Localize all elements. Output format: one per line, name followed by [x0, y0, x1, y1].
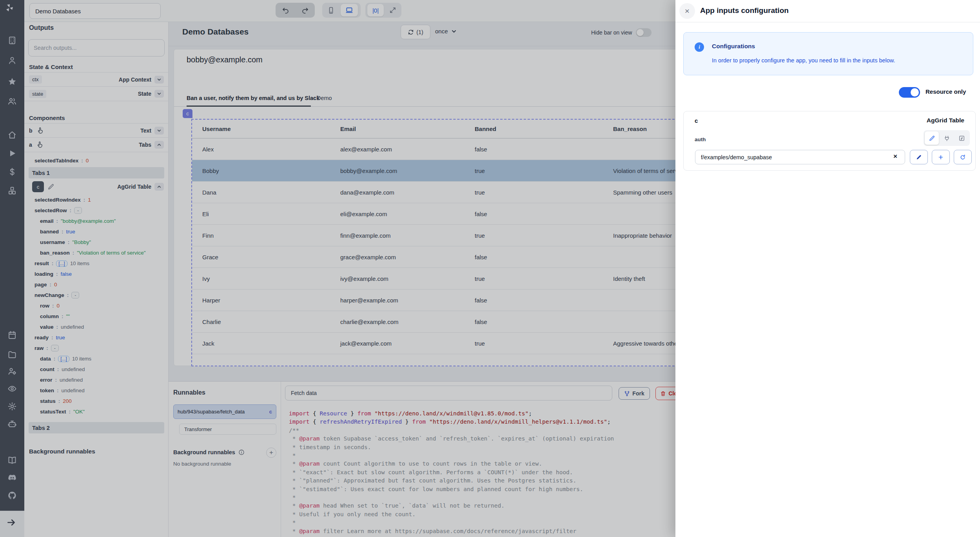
configurations-body: In order to properly configure the app, …: [712, 57, 895, 64]
refresh-resource-button[interactable]: [954, 150, 972, 164]
close-icon[interactable]: ×: [679, 3, 695, 19]
drawer-title: App inputs configuration: [700, 6, 789, 15]
component-input-card: c AgGrid Table auth × +: [683, 111, 976, 171]
pencil-icon: [916, 154, 922, 160]
resource-only-toggle[interactable]: [899, 87, 920, 98]
clear-input-icon[interactable]: ×: [893, 153, 897, 160]
configurations-info-box: i Configurations In order to properly co…: [683, 32, 973, 75]
eval-mode-button[interactable]: [955, 131, 969, 145]
function-square-icon: [958, 135, 965, 142]
plug-icon: [944, 135, 950, 142]
refresh-icon: [960, 154, 966, 160]
component-type: AgGrid Table: [927, 117, 964, 124]
pencil-icon: [929, 135, 935, 142]
edit-resource-button[interactable]: [910, 150, 928, 164]
input-mode-group: [924, 130, 970, 146]
resource-path-input[interactable]: [695, 150, 905, 164]
drawer-header: × App inputs configuration: [675, 0, 980, 22]
info-icon: i: [695, 42, 704, 52]
connect-mode-button[interactable]: [940, 131, 954, 145]
configurations-title: Configurations: [712, 43, 755, 50]
static-mode-button[interactable]: [925, 131, 939, 145]
add-resource-button[interactable]: +: [932, 150, 950, 164]
app-inputs-drawer: × App inputs configuration i Configurati…: [675, 0, 980, 537]
field-label-auth: auth: [695, 137, 706, 142]
component-id: c: [695, 117, 698, 124]
resource-only-label: Resource only: [926, 88, 966, 95]
